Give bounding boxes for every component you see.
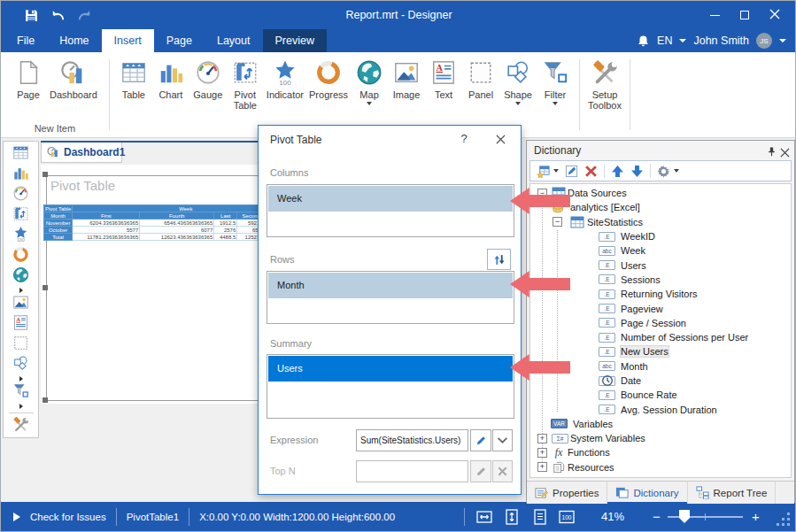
tree-item-avg-session-duration[interactable]: .EAvg. Session Duration [530, 402, 791, 416]
tree-item-functions[interactable]: +fxFunctions [530, 445, 791, 459]
toolbox-panel-icon[interactable] [12, 335, 29, 355]
ribbon-item-setup-toolbox[interactable]: Setup Toolbox [585, 58, 624, 137]
menu-tab-file[interactable]: File [4, 29, 47, 52]
bell-icon[interactable] [637, 35, 650, 48]
selection-handle[interactable] [43, 285, 48, 290]
ribbon-item-table[interactable]: Table [115, 58, 152, 137]
dropdown-caret-icon[interactable] [553, 169, 559, 173]
expand-caret-icon[interactable] [19, 403, 23, 410]
close-button[interactable] [760, 1, 790, 29]
check-for-issues[interactable]: Check for Issues [30, 512, 106, 522]
toolbox-filter-icon[interactable] [12, 382, 29, 403]
tree-item-date[interactable]: Date [530, 374, 791, 388]
panel-tab-properties[interactable]: Properties [527, 482, 607, 504]
tab-dashboard1[interactable]: Dashboard1 [41, 143, 122, 163]
toolbox-gauge-icon[interactable] [12, 185, 29, 205]
tree-item-new-users[interactable]: .ENew Users [530, 344, 791, 359]
tree-item-pageview[interactable]: .EPageview [530, 301, 791, 315]
summary-list[interactable]: Users [267, 354, 514, 419]
toolbox-chart-icon[interactable] [12, 165, 29, 185]
panel-tab-dictionary[interactable]: Dictionary [607, 482, 687, 504]
fit-page-height-icon[interactable] [503, 508, 521, 526]
panel-tab-report-tree[interactable]: Report Tree [688, 482, 777, 504]
menu-tab-preview[interactable]: Preview [263, 29, 327, 52]
move-down-icon[interactable] [630, 164, 644, 178]
maximize-button[interactable] [730, 1, 760, 29]
minimize-button[interactable] [699, 1, 730, 29]
ribbon-item-chart[interactable]: Chart [152, 58, 189, 137]
tree-item-system-variables[interactable]: +Σ#System Variables [530, 431, 791, 445]
tree-item-week[interactable]: abcWeek [530, 243, 791, 258]
dropdown-caret-icon[interactable] [515, 102, 521, 105]
dropdown-caret-icon[interactable] [553, 102, 558, 105]
toolbox-text-icon[interactable]: A [12, 314, 29, 335]
toolbox-pivot-table-icon[interactable] [12, 205, 29, 226]
selection-handle[interactable] [43, 397, 48, 403]
columns-list[interactable]: Week [267, 184, 514, 237]
zoom-in-button[interactable]: + [752, 509, 760, 524]
toolbox-map-icon[interactable] [12, 266, 29, 287]
menu-tab-layout[interactable]: Layout [205, 29, 263, 52]
zoom-100-icon[interactable]: 100 [558, 508, 576, 526]
toolbox-progress-icon[interactable] [12, 246, 29, 266]
list-item-week[interactable]: Week [268, 186, 513, 212]
list-item-users[interactable]: Users [268, 356, 513, 382]
play-icon[interactable] [13, 513, 20, 521]
expression-input[interactable]: Sum(SiteStatistics.Users) [356, 429, 468, 451]
language-selector[interactable]: EN [657, 35, 672, 47]
ribbon-item-gauge[interactable]: Gauge [189, 58, 227, 137]
expression-edit-button[interactable] [470, 429, 491, 451]
toolbox-setup-toolbox-icon[interactable] [12, 416, 29, 436]
user-name[interactable]: John Smith [693, 35, 749, 47]
rows-list[interactable]: Month [267, 271, 514, 324]
tree-expander-icon[interactable]: − [553, 217, 562, 227]
edit-icon[interactable] [564, 164, 578, 178]
menu-tab-insert[interactable]: Insert [102, 29, 154, 52]
fit-page-width-icon[interactable] [475, 508, 493, 526]
dropdown-caret-icon[interactable] [674, 169, 679, 173]
tree-item-page-session[interactable]: .EPage / Session [530, 316, 791, 330]
ribbon-item-filter[interactable]: Filter [537, 58, 574, 137]
close-dark-icon[interactable] [780, 145, 792, 158]
expand-caret-icon[interactable] [19, 375, 23, 382]
zoom-out-button[interactable]: − [653, 509, 661, 524]
tree-item-number-of-sessions-per-user[interactable]: .ENumber of Sessions per User [530, 330, 791, 344]
dropdown-caret-icon[interactable] [367, 102, 372, 105]
delete-icon[interactable] [583, 164, 598, 178]
toolbox-shape-icon[interactable] [12, 355, 29, 375]
tree-item-weekid[interactable]: .EWeekID [530, 229, 791, 243]
whole-page-icon[interactable] [531, 508, 549, 526]
tree-item-bounce-rate[interactable]: .EBounce Rate [530, 388, 791, 402]
ribbon-item-label: Indicator [267, 89, 304, 100]
tree-item-sitestatistics[interactable]: −SiteStatistics [530, 215, 791, 229]
toolbar-separator [650, 164, 651, 178]
expand-caret-icon[interactable] [19, 287, 23, 294]
tree-expander-icon[interactable]: + [537, 434, 547, 443]
add-item-icon[interactable] [536, 164, 550, 178]
tree-item-resources[interactable]: +Resources [530, 460, 791, 474]
expression-dropdown-button[interactable] [492, 429, 513, 451]
tree-expander-icon[interactable]: + [537, 462, 547, 472]
selection-handle[interactable] [43, 172, 48, 177]
tree-item-variables[interactable]: VARVariables [530, 417, 791, 431]
avatar[interactable]: JS [756, 33, 772, 49]
move-up-icon[interactable] [610, 164, 624, 178]
swap-columns-rows-button[interactable] [487, 249, 511, 270]
zoom-slider-thumb[interactable] [679, 510, 690, 523]
user-caret-icon[interactable] [779, 39, 786, 42]
tree-item-users[interactable]: .EUsers [530, 258, 791, 272]
tree-expander-icon[interactable]: + [537, 448, 547, 458]
toolbox-table-icon[interactable] [12, 144, 29, 165]
help-icon[interactable]: ? [457, 132, 471, 145]
toolbox-image-icon[interactable] [12, 294, 29, 314]
settings-gear-icon[interactable] [656, 164, 670, 178]
language-caret-icon[interactable] [679, 39, 686, 42]
list-item-month[interactable]: Month [268, 273, 513, 298]
pin-icon[interactable] [766, 145, 778, 158]
top-n-input[interactable] [356, 460, 468, 482]
menu-tab-home[interactable]: Home [47, 29, 101, 52]
menu-tab-page[interactable]: Page [154, 29, 205, 52]
resize-grip[interactable] [777, 513, 792, 528]
close-dark-icon[interactable] [492, 132, 508, 146]
toolbox-indicator-icon[interactable]: 100 [12, 226, 29, 246]
